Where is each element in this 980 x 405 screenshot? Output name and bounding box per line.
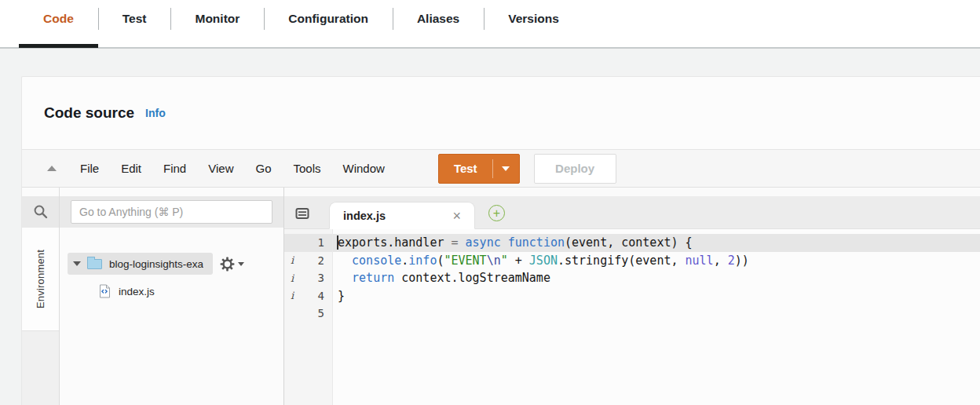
tab-code[interactable]: Code	[19, 0, 98, 38]
gutter-row: 1	[284, 234, 332, 252]
menu-window[interactable]: Window	[332, 162, 396, 175]
menu-tools[interactable]: Tools	[282, 162, 331, 175]
code-line: exports.handler = async function(event, …	[333, 234, 980, 252]
file-label: index.js	[119, 286, 155, 297]
tab-label: Monitor	[195, 12, 240, 26]
gutter-row: 5	[284, 305, 332, 323]
code-token: ,	[714, 254, 728, 268]
folder-item[interactable]: blog-loginsights-exa	[68, 253, 213, 275]
code-line: return context.logStreamName	[333, 269, 980, 287]
menu-go[interactable]: Go	[244, 162, 282, 175]
function-tabs-bar: CodeTestMonitorConfigurationAliasesVersi…	[0, 0, 980, 49]
tab-aliases[interactable]: Aliases	[393, 0, 484, 38]
tab-label: Versions	[508, 12, 559, 26]
open-files-stack-icon[interactable]	[295, 207, 310, 220]
tab-configuration[interactable]: Configuration	[264, 0, 393, 38]
tree-settings-button[interactable]	[220, 257, 244, 272]
code-token: }	[338, 289, 345, 303]
file-tree: blog-loginsights-exa	[60, 228, 283, 302]
close-tab-icon[interactable]: ×	[452, 209, 461, 223]
tab-test[interactable]: Test	[98, 0, 171, 38]
gear-icon	[220, 257, 235, 272]
line-number: 3	[318, 272, 324, 284]
tab-monitor[interactable]: Monitor	[170, 0, 264, 38]
folder-icon	[87, 259, 102, 269]
gutter-row: i4	[284, 287, 332, 305]
code-token: async	[466, 235, 508, 250]
js-file-icon	[99, 284, 111, 298]
test-button-label: Test	[439, 162, 492, 175]
editor-menubar: FileEditFindViewGoToolsWindow Test Deplo…	[22, 149, 980, 188]
code-token: function	[508, 235, 565, 250]
expand-caret-icon[interactable]	[73, 261, 81, 266]
line-number: 5	[318, 307, 324, 319]
left-rail: Environment	[22, 188, 60, 405]
annotation-info-icon: i	[291, 272, 294, 284]
code-token: .stringify(event,	[558, 254, 686, 268]
code-token	[338, 271, 352, 285]
gutter-row: i3	[284, 269, 332, 287]
function-tab-list: CodeTestMonitorConfigurationAliasesVersi…	[0, 0, 980, 38]
menu-edit[interactable]: Edit	[110, 162, 152, 175]
search-button[interactable]	[22, 196, 59, 228]
tab-label: Aliases	[417, 12, 459, 26]
code-source-panel: Code source Info FileEditFindViewGoTools…	[21, 76, 980, 405]
code-token: ))	[735, 254, 749, 268]
menu-find[interactable]: Find	[152, 162, 197, 175]
code-lines[interactable]: exports.handler = async function(event, …	[333, 229, 980, 405]
new-tab-button[interactable]: +	[488, 205, 505, 221]
tab-label: Configuration	[288, 12, 368, 26]
code-token: .	[401, 254, 408, 268]
gutter: 1i2i3i45	[284, 229, 333, 405]
menu-file[interactable]: File	[69, 162, 110, 175]
tab-versions[interactable]: Versions	[484, 0, 583, 38]
chevron-down-icon	[502, 166, 510, 171]
line-number: 1	[318, 236, 324, 249]
code-token: \n	[487, 254, 501, 268]
search-icon	[33, 204, 49, 220]
file-tree-panel: blog-loginsights-exa	[60, 188, 284, 405]
tree-row-folder: blog-loginsights-exa	[68, 253, 283, 275]
code-token	[338, 254, 352, 268]
environment-tab-label: Environment	[35, 250, 46, 308]
file-item[interactable]: index.js	[68, 280, 283, 302]
code-line: console.info("EVENT\n" + JSON.stringify(…	[333, 252, 980, 270]
code-token: context.logStreamName	[394, 271, 550, 285]
editor-tab-indexjs[interactable]: index.js ×	[329, 202, 475, 229]
code-source-header: Code source Info	[22, 77, 980, 149]
text-cursor	[337, 235, 338, 250]
annotation-info-icon: i	[291, 290, 294, 301]
plus-icon: +	[493, 207, 500, 220]
code-token: "EVENT	[444, 254, 486, 268]
code-token: JSON	[529, 254, 558, 268]
menu-items: FileEditFindViewGoToolsWindow	[69, 162, 396, 175]
deploy-button[interactable]: Deploy	[534, 154, 616, 184]
code-editor: index.js × + 1i2i3i45 exports.handler = …	[284, 188, 980, 405]
chevron-down-icon	[238, 262, 244, 266]
info-link[interactable]: Info	[145, 107, 166, 119]
code-token: +	[508, 254, 529, 268]
code-token: return	[352, 271, 394, 285]
code-token: (event, context) {	[565, 235, 693, 250]
goto-anything-input[interactable]	[71, 200, 272, 224]
code-token: exports.handler	[338, 235, 452, 250]
code-line	[333, 305, 980, 323]
code-token: info	[408, 254, 437, 268]
menu-view[interactable]: View	[197, 162, 244, 175]
code-area: 1i2i3i45 exports.handler = async functio…	[284, 229, 980, 405]
code-token: null	[686, 254, 714, 268]
code-token: 2	[728, 254, 735, 268]
code-token: "	[501, 254, 508, 268]
tab-label: Test	[122, 12, 147, 26]
collapse-editor-icon[interactable]	[47, 166, 57, 171]
editor-tabbar: index.js × +	[284, 196, 980, 229]
gutter-row: i2	[284, 252, 332, 270]
tab-label: Code	[43, 12, 74, 26]
test-dropdown-button[interactable]	[493, 166, 519, 171]
environment-tab[interactable]: Environment	[22, 228, 59, 331]
code-token: console	[352, 254, 401, 268]
folder-label: blog-loginsights-exa	[109, 258, 203, 270]
test-button[interactable]: Test	[438, 154, 520, 184]
annotation-info-icon: i	[291, 254, 294, 266]
editor-workspace: Environment blog-loginsights-exa	[22, 188, 980, 405]
